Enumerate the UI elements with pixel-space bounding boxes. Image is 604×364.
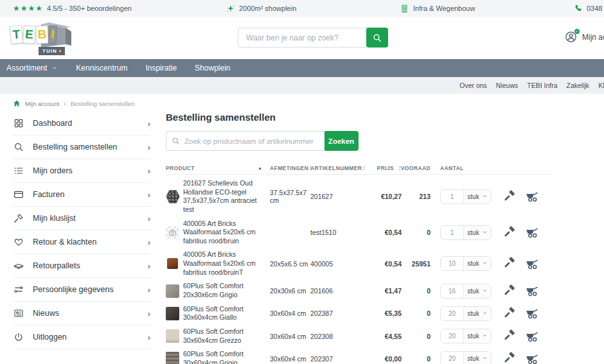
product-name[interactable]: 400005 Art Bricks Waalformaat 5x20x6 cm … [183,250,270,277]
product-name[interactable]: 60Plus Soft Comfort 30x60x4cm Giallo [183,305,270,322]
sparkle-icon [226,4,235,13]
add-to-cart-button[interactable] [525,225,539,239]
unit-select[interactable]: stuk [464,226,491,239]
unit-select-value: stuk [467,333,479,340]
column-header-artikelnummer[interactable]: ARTIKELNUMMER ▲▼ [310,165,360,171]
sidebar-item-label: Retour & klachten [33,238,96,247]
product-name[interactable]: 60Plus Soft Comfort 30x60x4cm Grezzo [183,327,270,345]
add-to-cart-button[interactable] [525,257,539,271]
account-sidebar: Dashboard › Bestelling samenstellen › Mi… [13,112,150,349]
quantity-input[interactable] [441,352,464,364]
account-icon: ✓ [564,30,578,44]
add-to-kluslijst-button[interactable] [503,284,517,298]
tebi-logo[interactable]: T E B I TUIN [9,21,75,56]
nav-item-showplein[interactable]: Showplein [195,64,230,73]
sidebar-item-mijn-orders[interactable]: Mijn orders › [13,159,150,183]
quantity-control: stuk [440,284,492,299]
column-header-afmetingen[interactable]: AFMETINGEN ▲▼ [270,165,310,171]
unit-select[interactable]: stuk [464,329,491,343]
hammer-icon [503,284,517,298]
product-stock: 0 [402,333,431,340]
site-search-button[interactable] [366,28,388,48]
add-to-kluslijst-button[interactable] [503,257,517,270]
quantity-control: stuk [440,189,492,204]
subnav-item-tebi-infra[interactable]: TEBI Infra [527,82,557,89]
product-name[interactable]: 201627 Schellevis Oud Hollandse ECO-tege… [183,179,270,214]
add-to-kluslijst-button[interactable] [503,307,517,320]
sidebar-item-dashboard[interactable]: Dashboard › [13,112,150,135]
sidebar-item-label: Dashboard [33,119,72,128]
column-header-prijs[interactable]: PRIJS ▲▼ [360,165,402,171]
chevron-down-icon [482,260,488,266]
product-article-number: 202307 [310,355,360,363]
sidebar-item-bestelling-samenstellen[interactable]: Bestelling samenstellen › [13,135,150,159]
sidebar-item-retourpallets[interactable]: Retourpallets › [13,254,150,278]
product-stock: 0 [402,229,431,236]
subnav-item-over-ons[interactable]: Over ons [459,82,487,89]
account-button[interactable]: ✓ Mijn account [564,30,604,44]
nav-item-inspiratie[interactable]: Inspiratie [145,64,177,73]
subnav-item-nieuws[interactable]: Nieuws [496,82,518,89]
add-to-cart-button[interactable] [525,189,539,204]
subnav-item-zakelijk[interactable]: Zakelijk [567,82,590,89]
add-to-cart-button[interactable] [525,352,539,364]
nav-item-assortiment[interactable]: Assortiment [6,64,58,73]
sidebar-item-facturen[interactable]: Facturen › [13,183,150,207]
sidebar-item-retour-klachten[interactable]: Retour & klachten › [13,230,150,254]
unit-select[interactable]: stuk [464,307,491,320]
product-dimensions: 37.5x37.5x7 cm [270,189,310,204]
wheelbarrow-icon [525,189,539,204]
quantity-input[interactable] [441,190,464,204]
unit-select[interactable]: stuk [464,257,491,270]
wheelbarrow-icon [525,329,539,343]
add-to-cart-button[interactable] [525,284,539,298]
sidebar-item-nieuws[interactable]: Nieuws › [13,302,150,325]
product-name[interactable]: 60Plus Soft Comfort 30x60x4cm Grigio [183,350,270,364]
subnav-item-klantenservice[interactable]: Klantenservice [598,82,604,89]
dashboard-icon [13,118,24,128]
page-content: Mijn account › Bestelling samenstellen D… [0,94,604,364]
add-to-kluslijst-button[interactable] [503,329,517,343]
unit-select-value: stuk [467,193,479,200]
quantity-input[interactable] [441,329,464,343]
home-icon[interactable] [13,100,21,107]
product-name[interactable]: 60Plus Soft Comfort 20x30x6cm Grigio [183,282,270,299]
no-image-placeholder [166,226,179,239]
secondary-navigation: Over ons Nieuws TEBI Infra Zakelijk Klan… [0,77,604,94]
add-to-cart-button[interactable] [525,306,539,320]
star-icon: ★ [21,4,28,13]
logo-letter: E [22,25,36,44]
sidebar-item-uitloggen[interactable]: Uitloggen › [13,325,150,349]
product-search-button[interactable]: Zoeken [324,131,359,151]
sector-info: Infra & Wegenbouw [400,0,475,17]
hammer-icon [503,307,517,320]
add-to-kluslijst-button[interactable] [503,190,517,204]
product-stock: 0 [402,287,431,295]
product-name[interactable]: 400005 Art Bricks Waalformaat 5x20x6 cm … [183,220,270,246]
unit-select[interactable]: stuk [464,284,491,298]
add-to-kluslijst-button[interactable] [503,352,517,364]
sidebar-item-mijn-kluslijst[interactable]: Mijn kluslijst › [13,207,150,230]
chevron-right-icon: › [148,191,150,199]
breadcrumb-item-mijn-account[interactable]: Mijn account [25,100,59,107]
product-search-input[interactable] [166,131,324,151]
nav-item-kenniscentrum[interactable]: Kenniscentrum [76,64,127,73]
add-to-kluslijst-button[interactable] [503,226,517,239]
site-search-input[interactable] [238,28,368,48]
quantity-input[interactable] [441,226,464,239]
product-stock: 213 [402,193,431,200]
sidebar-item-persoonlijke-gegevens[interactable]: Persoonlijke gegevens › [13,278,150,302]
unit-select[interactable]: stuk [464,190,491,204]
unit-select[interactable]: stuk [464,352,491,364]
product-price: €5,35 [360,309,402,317]
sidebar-item-label: Bestelling samenstellen [33,143,117,152]
add-to-cart-button[interactable] [525,329,539,343]
phone-contact[interactable]: 0348 - [574,0,604,17]
unit-select-value: stuk [467,229,479,236]
sliders-icon [13,284,24,295]
quantity-input[interactable] [441,257,464,270]
quantity-input[interactable] [441,307,464,320]
product-stock: 0 [402,355,431,363]
quantity-input[interactable] [441,284,464,298]
column-header-product[interactable]: PRODUCT ▲ [166,165,270,171]
